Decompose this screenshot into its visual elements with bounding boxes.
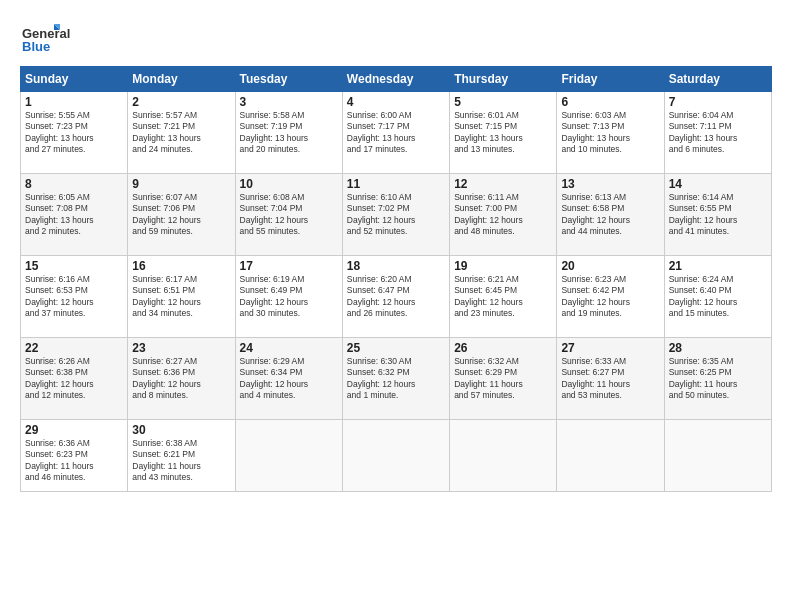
day-number: 3 [240, 95, 338, 109]
day-number: 9 [132, 177, 230, 191]
day-cell: 26Sunrise: 6:32 AMSunset: 6:29 PMDayligh… [450, 338, 557, 420]
day-number: 24 [240, 341, 338, 355]
weekday-header-thursday: Thursday [450, 67, 557, 92]
day-cell: 17Sunrise: 6:19 AMSunset: 6:49 PMDayligh… [235, 256, 342, 338]
weekday-header-sunday: Sunday [21, 67, 128, 92]
week-row-5: 29Sunrise: 6:36 AMSunset: 6:23 PMDayligh… [21, 420, 772, 492]
day-number: 19 [454, 259, 552, 273]
day-number: 7 [669, 95, 767, 109]
day-info: Sunrise: 6:08 AMSunset: 7:04 PMDaylight:… [240, 192, 338, 238]
week-row-2: 8Sunrise: 6:05 AMSunset: 7:08 PMDaylight… [21, 174, 772, 256]
day-number: 10 [240, 177, 338, 191]
weekday-header-monday: Monday [128, 67, 235, 92]
day-info: Sunrise: 6:33 AMSunset: 6:27 PMDaylight:… [561, 356, 659, 402]
day-cell: 11Sunrise: 6:10 AMSunset: 7:02 PMDayligh… [342, 174, 449, 256]
day-info: Sunrise: 6:21 AMSunset: 6:45 PMDaylight:… [454, 274, 552, 320]
day-info: Sunrise: 6:27 AMSunset: 6:36 PMDaylight:… [132, 356, 230, 402]
day-number: 15 [25, 259, 123, 273]
day-info: Sunrise: 6:13 AMSunset: 6:58 PMDaylight:… [561, 192, 659, 238]
day-cell: 18Sunrise: 6:20 AMSunset: 6:47 PMDayligh… [342, 256, 449, 338]
day-cell [450, 420, 557, 492]
day-cell [235, 420, 342, 492]
day-info: Sunrise: 6:00 AMSunset: 7:17 PMDaylight:… [347, 110, 445, 156]
day-number: 25 [347, 341, 445, 355]
day-cell: 9Sunrise: 6:07 AMSunset: 7:06 PMDaylight… [128, 174, 235, 256]
day-cell: 30Sunrise: 6:38 AMSunset: 6:21 PMDayligh… [128, 420, 235, 492]
day-info: Sunrise: 6:01 AMSunset: 7:15 PMDaylight:… [454, 110, 552, 156]
day-cell: 13Sunrise: 6:13 AMSunset: 6:58 PMDayligh… [557, 174, 664, 256]
day-number: 13 [561, 177, 659, 191]
day-info: Sunrise: 6:19 AMSunset: 6:49 PMDaylight:… [240, 274, 338, 320]
day-info: Sunrise: 6:30 AMSunset: 6:32 PMDaylight:… [347, 356, 445, 402]
day-number: 26 [454, 341, 552, 355]
day-cell: 6Sunrise: 6:03 AMSunset: 7:13 PMDaylight… [557, 92, 664, 174]
day-cell: 14Sunrise: 6:14 AMSunset: 6:55 PMDayligh… [664, 174, 771, 256]
day-info: Sunrise: 6:14 AMSunset: 6:55 PMDaylight:… [669, 192, 767, 238]
day-number: 1 [25, 95, 123, 109]
day-cell: 27Sunrise: 6:33 AMSunset: 6:27 PMDayligh… [557, 338, 664, 420]
day-info: Sunrise: 6:32 AMSunset: 6:29 PMDaylight:… [454, 356, 552, 402]
calendar-page: General Blue SundayMondayTuesdayWednesda… [0, 0, 792, 612]
day-info: Sunrise: 6:38 AMSunset: 6:21 PMDaylight:… [132, 438, 230, 484]
weekday-header-row: SundayMondayTuesdayWednesdayThursdayFrid… [21, 67, 772, 92]
logo: General Blue [20, 16, 90, 56]
day-info: Sunrise: 6:04 AMSunset: 7:11 PMDaylight:… [669, 110, 767, 156]
day-info: Sunrise: 6:05 AMSunset: 7:08 PMDaylight:… [25, 192, 123, 238]
day-number: 8 [25, 177, 123, 191]
weekday-header-wednesday: Wednesday [342, 67, 449, 92]
day-number: 18 [347, 259, 445, 273]
day-cell: 24Sunrise: 6:29 AMSunset: 6:34 PMDayligh… [235, 338, 342, 420]
day-number: 17 [240, 259, 338, 273]
day-cell: 12Sunrise: 6:11 AMSunset: 7:00 PMDayligh… [450, 174, 557, 256]
week-row-1: 1Sunrise: 5:55 AMSunset: 7:23 PMDaylight… [21, 92, 772, 174]
weekday-header-saturday: Saturday [664, 67, 771, 92]
day-number: 6 [561, 95, 659, 109]
day-info: Sunrise: 6:23 AMSunset: 6:42 PMDaylight:… [561, 274, 659, 320]
day-number: 30 [132, 423, 230, 437]
day-info: Sunrise: 6:16 AMSunset: 6:53 PMDaylight:… [25, 274, 123, 320]
day-cell: 1Sunrise: 5:55 AMSunset: 7:23 PMDaylight… [21, 92, 128, 174]
day-number: 11 [347, 177, 445, 191]
calendar-table: SundayMondayTuesdayWednesdayThursdayFrid… [20, 66, 772, 492]
day-number: 5 [454, 95, 552, 109]
day-cell: 15Sunrise: 6:16 AMSunset: 6:53 PMDayligh… [21, 256, 128, 338]
day-info: Sunrise: 5:55 AMSunset: 7:23 PMDaylight:… [25, 110, 123, 156]
day-number: 21 [669, 259, 767, 273]
day-info: Sunrise: 6:07 AMSunset: 7:06 PMDaylight:… [132, 192, 230, 238]
day-cell: 19Sunrise: 6:21 AMSunset: 6:45 PMDayligh… [450, 256, 557, 338]
day-number: 4 [347, 95, 445, 109]
weekday-header-tuesday: Tuesday [235, 67, 342, 92]
week-row-4: 22Sunrise: 6:26 AMSunset: 6:38 PMDayligh… [21, 338, 772, 420]
logo-icon: General Blue [20, 16, 90, 56]
day-cell [557, 420, 664, 492]
day-number: 20 [561, 259, 659, 273]
day-number: 16 [132, 259, 230, 273]
day-info: Sunrise: 6:11 AMSunset: 7:00 PMDaylight:… [454, 192, 552, 238]
day-number: 27 [561, 341, 659, 355]
day-cell: 4Sunrise: 6:00 AMSunset: 7:17 PMDaylight… [342, 92, 449, 174]
day-number: 22 [25, 341, 123, 355]
day-info: Sunrise: 6:24 AMSunset: 6:40 PMDaylight:… [669, 274, 767, 320]
day-number: 12 [454, 177, 552, 191]
day-cell [342, 420, 449, 492]
day-info: Sunrise: 6:35 AMSunset: 6:25 PMDaylight:… [669, 356, 767, 402]
day-number: 14 [669, 177, 767, 191]
day-info: Sunrise: 6:29 AMSunset: 6:34 PMDaylight:… [240, 356, 338, 402]
day-info: Sunrise: 5:58 AMSunset: 7:19 PMDaylight:… [240, 110, 338, 156]
day-cell: 10Sunrise: 6:08 AMSunset: 7:04 PMDayligh… [235, 174, 342, 256]
day-cell: 29Sunrise: 6:36 AMSunset: 6:23 PMDayligh… [21, 420, 128, 492]
day-cell: 22Sunrise: 6:26 AMSunset: 6:38 PMDayligh… [21, 338, 128, 420]
week-row-3: 15Sunrise: 6:16 AMSunset: 6:53 PMDayligh… [21, 256, 772, 338]
day-number: 23 [132, 341, 230, 355]
day-cell [664, 420, 771, 492]
day-cell: 28Sunrise: 6:35 AMSunset: 6:25 PMDayligh… [664, 338, 771, 420]
day-number: 29 [25, 423, 123, 437]
day-info: Sunrise: 6:03 AMSunset: 7:13 PMDaylight:… [561, 110, 659, 156]
day-cell: 23Sunrise: 6:27 AMSunset: 6:36 PMDayligh… [128, 338, 235, 420]
svg-text:Blue: Blue [22, 39, 50, 54]
day-cell: 7Sunrise: 6:04 AMSunset: 7:11 PMDaylight… [664, 92, 771, 174]
day-cell: 20Sunrise: 6:23 AMSunset: 6:42 PMDayligh… [557, 256, 664, 338]
day-cell: 21Sunrise: 6:24 AMSunset: 6:40 PMDayligh… [664, 256, 771, 338]
day-cell: 16Sunrise: 6:17 AMSunset: 6:51 PMDayligh… [128, 256, 235, 338]
day-cell: 8Sunrise: 6:05 AMSunset: 7:08 PMDaylight… [21, 174, 128, 256]
